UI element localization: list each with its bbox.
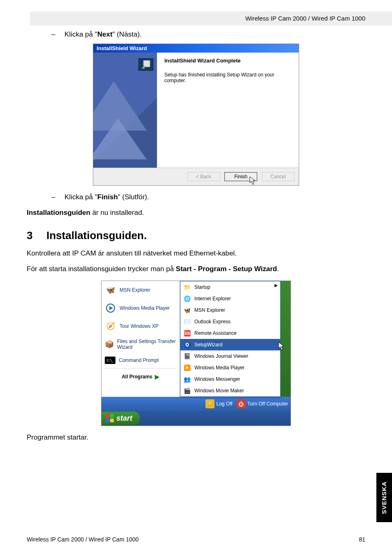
logoff-label[interactable]: Log Off bbox=[216, 401, 232, 407]
start-instruction: För att starta installationsguiden tryck… bbox=[27, 265, 365, 273]
submenu-item[interactable]: 📁Startup▶ bbox=[180, 281, 280, 293]
cancel-button[interactable]: Cancel bbox=[262, 172, 295, 181]
start-bold: Start - Program - Setup Wizard bbox=[176, 265, 277, 273]
submenu-item[interactable]: ✉️Outlook Express bbox=[180, 316, 280, 327]
all-programs[interactable]: All Programs ▶ bbox=[101, 369, 180, 384]
submenu-label: Internet Explorer bbox=[194, 296, 231, 302]
chevron-right-icon: ▶ bbox=[274, 283, 278, 288]
submenu-item[interactable]: 👥Windows Messenger bbox=[180, 373, 280, 385]
turnoff-label[interactable]: Turn Off Computer bbox=[247, 401, 288, 407]
program-icon: 🎬 bbox=[183, 387, 191, 395]
section-title: Installationsguiden. bbox=[46, 229, 147, 242]
submenu-item[interactable]: 🧿SetupWizard bbox=[180, 339, 280, 350]
dialog-complete-title: InstallShield Wizard Complete bbox=[164, 58, 291, 64]
footer-page-number: 81 bbox=[359, 536, 365, 543]
install-icon bbox=[138, 58, 153, 71]
start-post: . bbox=[277, 265, 279, 273]
sm-left-label: Files and Settings Transfer Wizard bbox=[117, 339, 176, 350]
sm-left-item[interactable]: C:\_Command Prompt bbox=[101, 353, 180, 367]
start-label: start bbox=[116, 414, 132, 423]
submenu-label: MSN Explorer bbox=[194, 307, 225, 313]
step-click-next: – Klicka på "Next" (Nästa). bbox=[51, 30, 365, 39]
program-icon: 📓 bbox=[183, 352, 191, 360]
submenu-item[interactable]: 📓Windows Journal Viewer bbox=[180, 350, 280, 362]
submenu-label: Outlook Express bbox=[194, 319, 231, 325]
start-menu-screenshot: 🦋MSN Explorer Windows Media Player 🧭Tour… bbox=[101, 281, 291, 426]
dialog-complete-body: Setup has finished installing Setup Wiza… bbox=[164, 72, 291, 83]
turnoff-icon[interactable]: ⏻ bbox=[237, 399, 246, 408]
submenu-label: Windows Media Player bbox=[194, 365, 244, 371]
separator bbox=[105, 368, 176, 368]
dialog-side-graphic bbox=[93, 53, 157, 168]
header-band: Wireless IP Cam 2000 / Wired IP Cam 1000 bbox=[30, 12, 392, 25]
dialog-button-bar: < Back Finish Cancel bbox=[93, 168, 299, 185]
step-finish-pre: Klicka på " bbox=[65, 193, 97, 201]
submenu-item[interactable]: 🎬Windows Movie Maker bbox=[180, 385, 280, 396]
taskbar: start bbox=[101, 411, 291, 426]
step-finish-bold: Finish bbox=[97, 193, 118, 201]
submenu-label: SetupWizard bbox=[194, 342, 223, 348]
program-icon: ▶️ bbox=[183, 364, 191, 372]
back-button[interactable]: < Back bbox=[187, 172, 220, 181]
language-tab: SVENSKA bbox=[376, 473, 392, 522]
finish-button[interactable]: Finish bbox=[224, 172, 257, 181]
start-menu-left-column: 🦋MSN Explorer Windows Media Player 🧭Tour… bbox=[101, 281, 180, 397]
sm-left-label: MSN Explorer bbox=[120, 287, 150, 293]
footer-left: Wireless IP Cam 2000 / Wired IP Cam 1000 bbox=[27, 536, 139, 543]
installshield-dialog: InstallShield Wizard InstallShield Wizar… bbox=[93, 44, 299, 186]
bullet-dash: – bbox=[51, 30, 65, 39]
all-programs-label: All Programs bbox=[122, 374, 152, 380]
program-icon: 📁 bbox=[183, 283, 191, 291]
submenu-item[interactable]: ▶️Windows Media Player bbox=[180, 362, 280, 373]
sm-left-label: Command Prompt bbox=[119, 357, 159, 363]
sm-left-item[interactable]: Windows Media Player bbox=[101, 299, 180, 317]
submenu-label: Windows Journal Viewer bbox=[194, 353, 248, 359]
installed-bold: Installationsguiden bbox=[27, 209, 90, 216]
submenu-item[interactable]: 🆘Remote Assistance bbox=[180, 327, 280, 339]
cmd-icon: C:\_ bbox=[105, 357, 115, 364]
sm-left-item[interactable]: 📦Files and Settings Transfer Wizard bbox=[101, 335, 180, 353]
desktop-strip bbox=[281, 281, 291, 397]
logoff-icon[interactable]: 🔑 bbox=[205, 399, 214, 408]
program-icon: 🌐 bbox=[183, 295, 191, 303]
installed-line: Installationsguiden är nu installerad. bbox=[27, 209, 365, 217]
windows-logo-icon bbox=[106, 414, 114, 422]
start-menu-bottom-bar: 🔑 Log Off ⏻ Turn Off Computer bbox=[101, 397, 291, 411]
language-tab-label: SVENSKA bbox=[381, 481, 388, 514]
connection-line: Kontrollera att IP CAM är ansluten till … bbox=[27, 249, 365, 258]
submenu-label: Remote Assistance bbox=[194, 330, 237, 336]
program-icon: 🆘 bbox=[183, 329, 191, 337]
submenu-label: Windows Movie Maker bbox=[194, 388, 244, 394]
program-icon: ✉️ bbox=[183, 318, 191, 326]
step-next-pre: Klicka på " bbox=[65, 30, 97, 38]
submenu-item[interactable]: 🌐Internet Explorer bbox=[180, 293, 280, 304]
section-number: 3 bbox=[27, 229, 46, 242]
program-icon: 👥 bbox=[183, 375, 191, 383]
start-pre: För att starta installationsguiden tryck… bbox=[27, 265, 176, 273]
program-icon: 🧿 bbox=[183, 341, 191, 349]
submenu-label: Startup bbox=[194, 284, 210, 290]
sm-left-label: Windows Media Player bbox=[120, 305, 170, 311]
sm-left-label: Tour Windows XP bbox=[120, 323, 159, 329]
start-menu-submenu: 📁Startup▶🌐Internet Explorer🦋MSN Explorer… bbox=[180, 281, 281, 397]
butterfly-icon: 🦋 bbox=[105, 284, 116, 296]
sm-left-item[interactable]: 🧭Tour Windows XP bbox=[101, 317, 180, 335]
sm-left-item[interactable]: 🦋MSN Explorer bbox=[101, 281, 180, 299]
submenu-item[interactable]: 🦋MSN Explorer bbox=[180, 304, 280, 316]
chevron-right-icon: ▶ bbox=[155, 373, 159, 380]
start-button[interactable]: start bbox=[101, 412, 140, 425]
footer: Wireless IP Cam 2000 / Wired IP Cam 1000… bbox=[27, 536, 365, 543]
step-click-finish: – Klicka på "Finish" (Slutför). bbox=[51, 193, 365, 201]
submenu-label: Windows Messenger bbox=[194, 376, 240, 382]
installed-rest: är nu installerad. bbox=[90, 209, 144, 216]
section-heading: 3Installationsguiden. bbox=[27, 229, 365, 242]
header-right-text: Wireless IP Cam 2000 / Wired IP Cam 1000 bbox=[245, 15, 365, 22]
program-icon: 🦋 bbox=[183, 306, 191, 314]
dialog-titlebar: InstallShield Wizard bbox=[93, 44, 299, 53]
step-next-bold: Next bbox=[97, 30, 113, 38]
wmp-icon bbox=[105, 302, 116, 314]
step-finish-post: " (Slutför). bbox=[118, 193, 149, 201]
step-next-post: " (Nästa). bbox=[113, 30, 142, 38]
tour-icon: 🧭 bbox=[105, 320, 116, 332]
bullet-dash: – bbox=[51, 193, 65, 201]
